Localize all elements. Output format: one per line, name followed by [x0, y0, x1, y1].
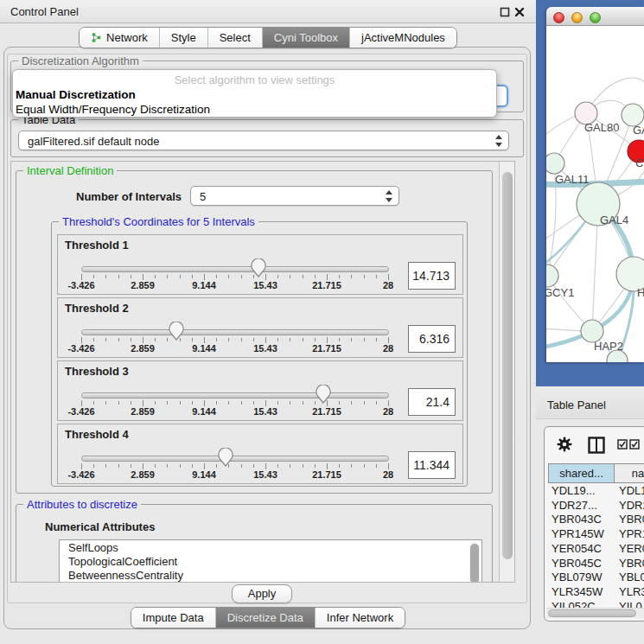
- thresholds-group-title: Threshold's Coordinates for 5 Intervals: [59, 215, 258, 228]
- table-panel-title: Table Panel: [547, 399, 606, 411]
- scrollbar-thumb[interactable]: [470, 544, 479, 583]
- combo-stepper-icon: [494, 135, 502, 147]
- cell-shared-name: YIL052C: [552, 600, 596, 608]
- threshold-3-slider-track[interactable]: [81, 392, 389, 399]
- table-row[interactable]: YER054CYER0: [545, 542, 644, 557]
- cell-name: YIL0: [619, 600, 642, 608]
- tab-cyni-toolbox[interactable]: Cyni Toolbox: [262, 28, 349, 48]
- column-header-shared-name[interactable]: shared...: [548, 463, 615, 483]
- numerical-attributes-list: SelfLoops TopologicalCoefficient Between…: [59, 539, 482, 583]
- number-of-intervals-combo[interactable]: 5: [190, 186, 399, 206]
- split-panel-icon[interactable]: [588, 437, 605, 454]
- number-of-intervals-label: Number of Intervals: [76, 190, 182, 203]
- tab-style[interactable]: Style: [159, 28, 207, 48]
- network-canvas[interactable]: GAL80GACGAL11GAL4GCY1HHAP2: [546, 26, 644, 362]
- discretization-algorithm-title: Discretization Algorithm: [18, 54, 143, 67]
- threshold-2-slider-track[interactable]: [81, 329, 389, 335]
- interval-definition-group: Interval Definition Number of Intervals …: [16, 170, 493, 494]
- slider-thumb[interactable]: [315, 385, 332, 404]
- settings-vertical-scrollbar[interactable]: [499, 162, 515, 582]
- zoom-window-icon[interactable]: [590, 12, 601, 23]
- cell-name: YER0: [619, 542, 644, 556]
- tab-discretize-data[interactable]: Discretize Data: [215, 608, 315, 628]
- slider-thumb[interactable]: [217, 448, 234, 467]
- popup-item-manual-discretization[interactable]: Manual Discretization: [15, 88, 496, 101]
- algorithm-popup: Select algorithm to view settings Manual…: [12, 69, 497, 118]
- list-item-betweennesscentrality[interactable]: BetweennessCentrality: [60, 568, 481, 582]
- minimize-window-icon[interactable]: [571, 12, 583, 23]
- threshold-1-label: Threshold 1: [65, 239, 129, 252]
- settings-scroll-viewport: Interval Definition Number of Intervals …: [10, 161, 515, 583]
- tab-jactivemnodules[interactable]: jActiveMNodules: [349, 28, 456, 48]
- list-item-topologicalcoefficient[interactable]: TopologicalCoefficient: [60, 554, 481, 568]
- tab-network[interactable]: Network: [80, 28, 159, 48]
- threshold-3-label: Threshold 3: [65, 365, 129, 378]
- table-row[interactable]: YDR27...YDR2: [545, 499, 644, 513]
- network-node-label: GAL4: [600, 214, 628, 226]
- control-panel-titlebar: Control Panel: [0, 0, 536, 23]
- slider-ticks: [81, 274, 390, 280]
- unselect-all-checkbox-icon[interactable]: [629, 439, 640, 450]
- scrollbar-thumb[interactable]: [502, 172, 513, 559]
- table-row[interactable]: YIL052CYIL0: [545, 600, 644, 608]
- panel-title: Control Panel: [10, 5, 79, 18]
- table-data-group: Table Data galFiltered.sif default node: [10, 119, 524, 157]
- apply-button[interactable]: Apply: [232, 584, 292, 603]
- table-row[interactable]: YPR145WYPR1: [545, 527, 644, 542]
- network-node[interactable]: [546, 153, 564, 174]
- network-node-label: C: [635, 156, 643, 169]
- scrollbar-thumb[interactable]: [548, 609, 636, 617]
- cell-shared-name: YDL19...: [552, 484, 596, 498]
- slider-scale-labels: -3.4262.8599.14415.4321.71528: [58, 406, 462, 418]
- cell-name: YPR1: [619, 527, 644, 541]
- column-header-name[interactable]: na: [614, 463, 644, 483]
- attributes-list-scrollbar[interactable]: [469, 542, 480, 583]
- cell-name: YLR3: [619, 585, 644, 599]
- slider-thumb[interactable]: [250, 258, 267, 277]
- tab-impute-data[interactable]: Impute Data: [131, 608, 215, 628]
- panel-tab-bar: Network Style Select Cyni Toolbox jActiv…: [0, 27, 536, 48]
- tab-infer-network[interactable]: Infer Network: [315, 608, 405, 628]
- threshold-1-slider-track[interactable]: [81, 266, 389, 272]
- threshold-2-label: Threshold 2: [65, 302, 129, 315]
- network-node-label: HAP2: [594, 340, 623, 353]
- table-horizontal-scrollbar[interactable]: [546, 608, 644, 618]
- network-view-window: GAL80GACGAL11GAL4GCY1HHAP2: [546, 7, 644, 362]
- slider-ticks: [81, 463, 390, 469]
- table-data-combo-value: galFiltered.sif default node: [28, 134, 159, 147]
- combo-stepper-icon: [385, 190, 392, 202]
- network-node[interactable]: [546, 265, 558, 287]
- table-data-combo[interactable]: galFiltered.sif default node: [18, 131, 509, 150]
- list-item-selfloops[interactable]: SelfLoops: [60, 540, 481, 554]
- table-row[interactable]: YDL19...YDL1: [545, 484, 644, 499]
- cell-name: YDL1: [619, 484, 644, 498]
- table-row[interactable]: YBR045CYBR0: [545, 557, 644, 571]
- threshold-4-slider-track[interactable]: [81, 456, 389, 462]
- network-node-label: GA: [633, 124, 644, 137]
- slider-scale-labels: -3.4262.8599.14415.4321.71528: [58, 343, 462, 354]
- popup-item-equal-width-frequency[interactable]: Equal Width/Frequency Discretization: [15, 103, 496, 116]
- cell-shared-name: YBR043C: [552, 513, 602, 526]
- table-row[interactable]: YLR345WYLR3: [545, 585, 644, 600]
- cell-shared-name: YBL079W: [552, 571, 603, 584]
- cell-shared-name: YBR045C: [552, 557, 602, 571]
- table-rows: YDL19...YDL1YDR27...YDR2YBR043CYBR0YPR14…: [545, 484, 644, 608]
- table-row[interactable]: YBL079WYBL0: [545, 571, 644, 585]
- close-icon[interactable]: [513, 6, 526, 18]
- table-row[interactable]: YBR043CYBR0: [545, 513, 644, 527]
- cell-shared-name: YER054C: [552, 542, 602, 556]
- slider-scale-labels: -3.4262.8599.14415.4321.71528: [58, 469, 462, 481]
- close-window-icon[interactable]: [553, 12, 564, 23]
- float-window-icon[interactable]: [499, 6, 511, 18]
- gear-icon[interactable]: [557, 437, 572, 452]
- tab-network-label: Network: [106, 31, 148, 44]
- tab-select[interactable]: Select: [207, 28, 262, 48]
- attributes-group: Attributes to discretize Numerical Attri…: [16, 504, 493, 583]
- threshold-3-panel: Threshold 3 21.4 -3.4262.8599.14415.4321…: [57, 360, 463, 421]
- node-table-panel: shared... na YDL19...YDL1YDR27...YDR2YBR…: [544, 426, 644, 622]
- network-window-titlebar[interactable]: [546, 7, 644, 26]
- cell-name: YDR2: [619, 499, 644, 513]
- select-all-checkbox-icon[interactable]: [617, 439, 628, 450]
- slider-thumb[interactable]: [168, 322, 185, 341]
- network-node-label: GAL11: [555, 173, 590, 186]
